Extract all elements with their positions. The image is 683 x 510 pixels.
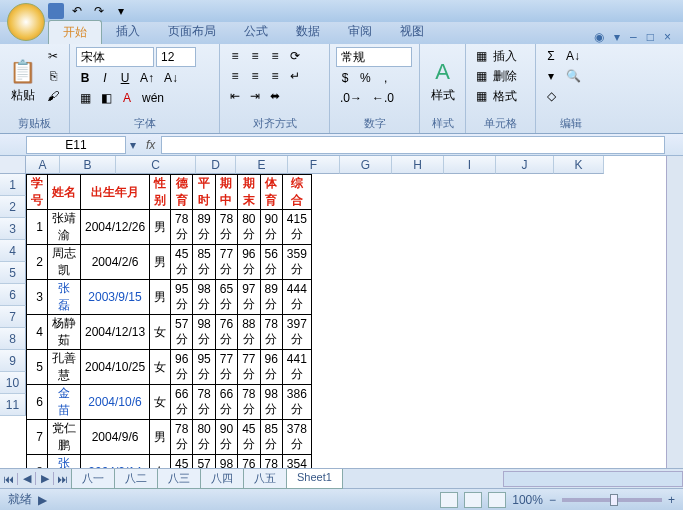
data-cell[interactable]: 77 分 xyxy=(215,245,237,280)
data-cell[interactable]: 76 分 xyxy=(238,455,260,469)
row-header[interactable]: 4 xyxy=(0,240,26,262)
tab-公式[interactable]: 公式 xyxy=(230,20,282,44)
row-header[interactable]: 3 xyxy=(0,218,26,240)
delete-cells-button[interactable]: ▦ xyxy=(472,67,491,85)
data-cell[interactable]: 95 分 xyxy=(193,350,215,385)
data-cell[interactable]: 444 分 xyxy=(282,280,311,315)
maximize-icon[interactable]: □ xyxy=(647,30,654,44)
phonetic-icon[interactable]: wén xyxy=(138,89,168,107)
column-header[interactable]: G xyxy=(340,156,392,174)
header-cell[interactable]: 出生年月 xyxy=(81,175,150,210)
data-cell[interactable]: 57 分 xyxy=(171,315,193,350)
data-cell[interactable]: 张靖渝 xyxy=(48,210,81,245)
data-cell[interactable]: 98 分 xyxy=(215,455,237,469)
data-cell[interactable]: 2004/10/25 xyxy=(81,350,150,385)
data-cell[interactable]: 周志凯 xyxy=(48,245,81,280)
paste-button[interactable]: 📋 粘贴 xyxy=(6,47,39,115)
decrease-decimal-icon[interactable]: ←.0 xyxy=(368,89,398,107)
align-center-icon[interactable]: ≡ xyxy=(246,67,264,85)
data-cell[interactable]: 男 xyxy=(150,280,171,315)
sheet-tab[interactable]: 八一 xyxy=(71,469,115,489)
fill-color-icon[interactable]: ◧ xyxy=(97,89,116,107)
row-header[interactable]: 11 xyxy=(0,394,26,416)
tab-页面布局[interactable]: 页面布局 xyxy=(154,20,230,44)
row-header[interactable]: 8 xyxy=(0,328,26,350)
data-cell[interactable]: 66 分 xyxy=(215,385,237,420)
tab-数据[interactable]: 数据 xyxy=(282,20,334,44)
column-header[interactable]: H xyxy=(392,156,444,174)
sheet-nav-last-icon[interactable]: ⏭ xyxy=(54,473,72,485)
tab-插入[interactable]: 插入 xyxy=(102,20,154,44)
data-cell[interactable]: 8 xyxy=(27,455,48,469)
data-cell[interactable]: 党仁鹏 xyxy=(48,420,81,455)
data-cell[interactable]: 85 分 xyxy=(260,420,282,455)
macro-record-icon[interactable]: ▶ xyxy=(38,493,47,507)
data-cell[interactable]: 4 xyxy=(27,315,48,350)
data-cell[interactable]: 65 分 xyxy=(215,280,237,315)
font-name-combo[interactable]: 宋体 xyxy=(76,47,154,67)
underline-button[interactable]: U xyxy=(116,69,134,87)
header-cell[interactable]: 平时 xyxy=(193,175,215,210)
row-header[interactable]: 1 xyxy=(0,174,26,196)
data-cell[interactable]: 7 xyxy=(27,420,48,455)
data-cell[interactable]: 78 分 xyxy=(171,420,193,455)
comma-icon[interactable]: , xyxy=(377,69,395,87)
align-right-icon[interactable]: ≡ xyxy=(266,67,284,85)
header-cell[interactable]: 姓名 xyxy=(48,175,81,210)
data-cell[interactable]: 2004/12/13 xyxy=(81,315,150,350)
data-cell[interactable]: 金 苗 xyxy=(48,385,81,420)
data-cell[interactable]: 89 分 xyxy=(260,280,282,315)
data-cell[interactable]: 56 分 xyxy=(260,245,282,280)
sheet-tab[interactable]: 八三 xyxy=(157,469,201,489)
data-cell[interactable]: 98 分 xyxy=(193,280,215,315)
close-icon[interactable]: × xyxy=(664,30,671,44)
data-cell[interactable]: 2004/12/26 xyxy=(81,210,150,245)
styles-button[interactable]: A 样式 xyxy=(426,47,459,115)
data-cell[interactable]: 76 分 xyxy=(215,315,237,350)
data-cell[interactable]: 354 分 xyxy=(282,455,311,469)
data-cell[interactable]: 441 分 xyxy=(282,350,311,385)
data-cell[interactable]: 45 分 xyxy=(171,245,193,280)
data-cell[interactable]: 3 xyxy=(27,280,48,315)
data-cell[interactable]: 90 分 xyxy=(215,420,237,455)
data-cell[interactable]: 2 xyxy=(27,245,48,280)
row-header[interactable]: 10 xyxy=(0,372,26,394)
qat-customize-icon[interactable]: ▾ xyxy=(112,2,130,20)
data-cell[interactable]: 88 分 xyxy=(238,315,260,350)
align-bot-icon[interactable]: ≡ xyxy=(266,47,284,65)
data-cell[interactable]: 90 分 xyxy=(260,210,282,245)
tab-开始[interactable]: 开始 xyxy=(48,20,102,44)
row-header[interactable]: 5 xyxy=(0,262,26,284)
data-cell[interactable]: 45 分 xyxy=(171,455,193,469)
percent-icon[interactable]: % xyxy=(356,69,375,87)
orientation-icon[interactable]: ⟳ xyxy=(286,47,304,65)
data-cell[interactable]: 80 分 xyxy=(193,420,215,455)
data-cell[interactable]: 415 分 xyxy=(282,210,311,245)
number-format-combo[interactable]: 常规 xyxy=(336,47,412,67)
data-cell[interactable]: 96 分 xyxy=(260,350,282,385)
page-layout-view-icon[interactable] xyxy=(464,492,482,508)
data-cell[interactable]: 77 分 xyxy=(215,350,237,385)
column-header[interactable]: D xyxy=(196,156,236,174)
redo-icon[interactable]: ↷ xyxy=(90,2,108,20)
data-cell[interactable]: 397 分 xyxy=(282,315,311,350)
header-cell[interactable]: 性别 xyxy=(150,175,171,210)
data-cell[interactable]: 张 磊 xyxy=(48,280,81,315)
name-box[interactable]: E11 xyxy=(26,136,126,154)
horizontal-scrollbar[interactable] xyxy=(503,471,683,487)
header-cell[interactable]: 体育 xyxy=(260,175,282,210)
data-cell[interactable]: 男 xyxy=(150,245,171,280)
grow-font-icon[interactable]: A↑ xyxy=(136,69,158,87)
zoom-in-icon[interactable]: + xyxy=(668,493,675,507)
copy-icon[interactable]: ⎘ xyxy=(43,67,63,85)
sheet-tab[interactable]: 八四 xyxy=(200,469,244,489)
data-cell[interactable]: 95 分 xyxy=(171,280,193,315)
page-break-view-icon[interactable] xyxy=(488,492,506,508)
row-header[interactable]: 6 xyxy=(0,284,26,306)
wrap-text-icon[interactable]: ↵ xyxy=(286,67,304,85)
decrease-indent-icon[interactable]: ⇤ xyxy=(226,87,244,105)
minimize-ribbon-icon[interactable]: ▾ xyxy=(614,30,620,44)
sheet-nav-prev-icon[interactable]: ◀ xyxy=(18,472,36,485)
row-header[interactable]: 7 xyxy=(0,306,26,328)
column-header[interactable]: J xyxy=(496,156,554,174)
